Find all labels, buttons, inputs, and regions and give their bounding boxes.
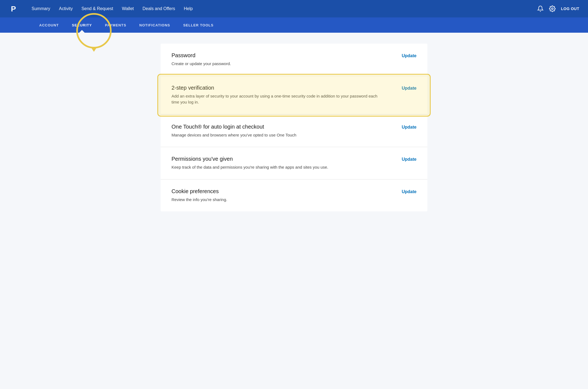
tab-notifications[interactable]: NOTIFICATIONS bbox=[133, 17, 177, 33]
nav-deals-offers[interactable]: Deals and Offers bbox=[139, 4, 179, 13]
sub-navigation: ACCOUNT SECURITY PAYMENTS NOTIFICATIONS … bbox=[0, 17, 588, 33]
one-touch-update-button[interactable]: Update bbox=[402, 125, 416, 130]
tab-security[interactable]: SECURITY bbox=[65, 17, 99, 33]
cookie-title: Cookie preferences bbox=[171, 188, 395, 194]
permissions-section: Permissions you've given Keep track of t… bbox=[161, 147, 427, 180]
nav-summary[interactable]: Summary bbox=[28, 4, 53, 13]
permissions-description: Keep track of the data and permissions y… bbox=[171, 164, 384, 171]
nav-actions: LOG OUT bbox=[537, 5, 579, 12]
svg-point-2 bbox=[552, 8, 553, 10]
tab-seller-tools[interactable]: SELLER TOOLS bbox=[177, 17, 220, 33]
cookie-content: Cookie preferences Review the info you'r… bbox=[171, 188, 395, 203]
password-description: Create or update your password. bbox=[171, 61, 384, 67]
nav-send-request[interactable]: Send & Request bbox=[78, 4, 117, 13]
password-section: Password Create or update your password.… bbox=[161, 44, 427, 76]
circle-arrow bbox=[91, 47, 97, 52]
password-title: Password bbox=[171, 52, 395, 59]
permissions-content: Permissions you've given Keep track of t… bbox=[171, 156, 395, 171]
one-touch-description: Manage devices and browsers where you've… bbox=[171, 132, 384, 138]
one-touch-content: One Touch® for auto login at checkout Ma… bbox=[171, 124, 395, 138]
nav-wallet[interactable]: Wallet bbox=[119, 4, 137, 13]
one-touch-title: One Touch® for auto login at checkout bbox=[171, 124, 395, 130]
password-content: Password Create or update your password. bbox=[171, 52, 395, 67]
one-touch-section: One Touch® for auto login at checkout Ma… bbox=[161, 115, 427, 147]
tab-payments[interactable]: PAYMENTS bbox=[99, 17, 133, 33]
cookie-section: Cookie preferences Review the info you'r… bbox=[161, 180, 427, 212]
permissions-title: Permissions you've given bbox=[171, 156, 395, 162]
two-step-content: 2-step verification Add an extra layer o… bbox=[171, 85, 395, 105]
logout-button[interactable]: LOG OUT bbox=[561, 7, 579, 11]
top-navigation: P Summary Activity Send & Request Wallet… bbox=[0, 0, 588, 17]
two-step-title: 2-step verification bbox=[171, 85, 395, 91]
password-update-button[interactable]: Update bbox=[402, 53, 416, 58]
two-step-update-button[interactable]: Update bbox=[402, 86, 416, 91]
two-step-section-wrapper: 2-step verification Add an extra layer o… bbox=[161, 76, 427, 114]
two-step-section: 2-step verification Add an extra layer o… bbox=[161, 76, 427, 114]
paypal-logo[interactable]: P bbox=[9, 3, 20, 14]
cookie-description: Review the info you're sharing. bbox=[171, 197, 384, 203]
nav-links: Summary Activity Send & Request Wallet D… bbox=[28, 4, 537, 13]
svg-text:P: P bbox=[11, 5, 16, 13]
cookie-update-button[interactable]: Update bbox=[402, 189, 416, 194]
two-step-description: Add an extra layer of security to your a… bbox=[171, 93, 384, 105]
settings-gear-icon[interactable] bbox=[549, 5, 556, 12]
nav-activity[interactable]: Activity bbox=[56, 4, 76, 13]
notifications-bell-icon[interactable] bbox=[537, 5, 544, 12]
nav-help[interactable]: Help bbox=[180, 4, 196, 13]
main-content: Password Create or update your password.… bbox=[144, 33, 444, 389]
permissions-update-button[interactable]: Update bbox=[402, 157, 416, 162]
tab-account[interactable]: ACCOUNT bbox=[33, 17, 65, 33]
